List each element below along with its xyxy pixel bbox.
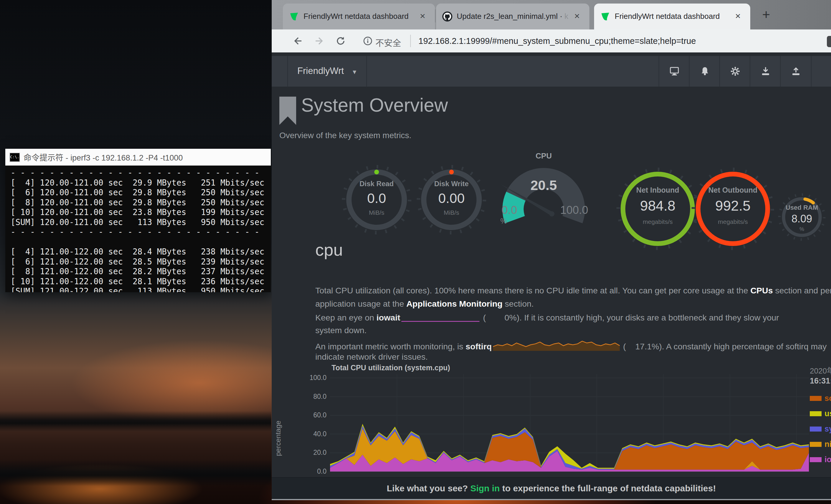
- address-bar: 不安全 192.168.2.1:19999/#menu_system_subme…: [272, 29, 831, 53]
- status-dot: [374, 170, 379, 174]
- tab-github[interactable]: Update r2s_lean_minimal.yml · k ×: [436, 3, 590, 29]
- gauge-min: 0.0: [502, 204, 517, 216]
- paragraph-line: Total CPU utilization (all cores). 100% …: [315, 286, 831, 295]
- paragraph-line: An important metric worth monitoring, is…: [315, 339, 831, 351]
- cpu-gauge[interactable]: CPU 20.5 0.0 100.0 %: [498, 151, 590, 228]
- cpus-link[interactable]: CPUs: [750, 286, 773, 295]
- bell-icon: [699, 66, 710, 77]
- net-inbound-gauge[interactable]: Net Inbound 984.8 megabits/s: [617, 168, 699, 250]
- github-logo-icon: [442, 11, 453, 22]
- close-icon[interactable]: ×: [417, 10, 428, 22]
- legend-item-iowait[interactable]: iowait: [810, 452, 831, 467]
- paragraph-line: Keep an eye on iowait ( 0%). If it is co…: [315, 312, 831, 323]
- upload-icon: [791, 66, 801, 77]
- cpu-section-heading: cpu: [315, 240, 343, 260]
- gauge-value: 984.8: [617, 198, 699, 214]
- y-tick: 0.0: [289, 468, 326, 475]
- window-bottom-edge: [272, 499, 831, 500]
- close-icon[interactable]: ×: [571, 10, 583, 22]
- tab-title: Update r2s_lean_minimal.yml · k: [457, 12, 571, 21]
- netdata-logo-icon: [289, 11, 299, 22]
- gauge-unit: megabits/s: [692, 218, 774, 225]
- close-icon[interactable]: ×: [732, 10, 744, 22]
- net-outbound-gauge[interactable]: Net Outbound 992.5 megabits/s: [692, 168, 774, 250]
- paragraph-line: system down.: [315, 326, 831, 335]
- gauge-max: 100.0: [560, 204, 588, 216]
- applications-monitoring-link[interactable]: Applications Monitoring: [406, 299, 503, 308]
- caret-down-icon: ▾: [353, 68, 356, 76]
- gauge-value: 0.0: [341, 190, 412, 206]
- info-icon[interactable]: [363, 36, 373, 46]
- tab-title: FriendlyWrt netdata dashboard: [615, 12, 732, 21]
- export-snapshot-button[interactable]: [780, 56, 811, 87]
- gauge-label: Net Inbound: [617, 186, 699, 195]
- paragraph-line: indicate network driver issues.: [315, 352, 831, 362]
- chart-y-axis-label: percentage: [274, 403, 285, 474]
- tab-separator: [435, 9, 435, 22]
- status-dot: [449, 170, 454, 174]
- netdata-page: FriendlyWrt ▾: [272, 53, 831, 500]
- gauge-label: CPU: [498, 151, 590, 160]
- y-tick: 40.0: [289, 430, 326, 438]
- browser-window: FriendlyWrt netdata dashboard × Update r…: [272, 0, 831, 500]
- softirq-sparkline: [493, 339, 620, 351]
- download-icon: [760, 66, 771, 77]
- signin-banner: Like what you see? Sign in to experience…: [272, 477, 831, 500]
- cpu-utilization-chart[interactable]: [330, 374, 809, 479]
- legend-swatch: [810, 411, 822, 416]
- bookmark-icon: [279, 97, 296, 125]
- legend-label: system: [825, 424, 831, 434]
- gauge-unit: megabits/s: [617, 218, 699, 225]
- disk-read-gauge[interactable]: Disk Read 0.0 MiB/s: [341, 165, 412, 235]
- terminal-titlebar[interactable]: C:\. 命令提示符 - iperf3 -c 192.168.1.2 -P4 -…: [5, 149, 271, 166]
- section-title: System Overview: [301, 94, 448, 116]
- signin-text: Like what you see? Sign in to experience…: [272, 483, 831, 494]
- settings-button[interactable]: [719, 56, 750, 87]
- import-snapshot-button[interactable]: [750, 56, 781, 87]
- gauge-unit: %: [500, 217, 507, 225]
- section-subtitle: Overview of the key system metrics.: [279, 131, 411, 140]
- gauge-unit: MiB/s: [416, 209, 487, 216]
- iowait-sparkline: [401, 312, 480, 322]
- alarms-button[interactable]: [689, 56, 720, 87]
- y-tick: 60.0: [289, 411, 326, 419]
- host-dropdown[interactable]: FriendlyWrt ▾: [287, 56, 367, 87]
- gauge-value: 20.5: [498, 177, 590, 193]
- display-options-button[interactable]: [659, 56, 690, 87]
- legend-item-system[interactable]: system: [810, 421, 831, 437]
- gauge-label: Net Outbound: [692, 186, 774, 195]
- legend-item-softirq[interactable]: softirq: [810, 391, 831, 406]
- cpu-section-description: Total CPU utilization (all cores). 100% …: [315, 286, 831, 362]
- divider: [410, 35, 411, 47]
- extension-icon[interactable]: [827, 36, 831, 47]
- monitor-icon: [669, 66, 680, 77]
- sign-in-link[interactable]: Sign in: [470, 483, 500, 493]
- forward-icon[interactable]: [314, 36, 325, 46]
- paragraph-line: application usage at the Applications Mo…: [315, 299, 831, 309]
- new-tab-button[interactable]: +: [758, 7, 774, 22]
- reload-icon[interactable]: [335, 36, 346, 46]
- legend-item-nice[interactable]: nice: [810, 437, 831, 452]
- tab-netdata-1[interactable]: FriendlyWrt netdata dashboard ×: [283, 3, 435, 29]
- cpu-gauge-arc: [498, 160, 590, 228]
- chart-legend-items: softirqusersystemniceiowait: [810, 391, 831, 467]
- legend-swatch: [810, 396, 822, 401]
- legend-swatch: [810, 426, 822, 432]
- chart-date: 2020年3月21日: [810, 365, 831, 376]
- used-ram-gauge[interactable]: Used RAM 8.09 %: [777, 192, 827, 242]
- netdata-logo-icon: [600, 11, 610, 22]
- tab-strip: FriendlyWrt netdata dashboard × Update r…: [272, 0, 831, 29]
- tab-title: FriendlyWrt netdata dashboard: [304, 12, 416, 21]
- y-tick: 100.0: [289, 374, 326, 382]
- back-icon[interactable]: [292, 36, 303, 46]
- chart-time: 16:31:25: [810, 377, 831, 386]
- gauge-label: Disk Write: [416, 180, 487, 188]
- gauge-unit: %: [777, 226, 827, 232]
- gauge-value: 992.5: [692, 198, 774, 214]
- security-label[interactable]: 不安全: [375, 36, 401, 49]
- tab-netdata-active[interactable]: FriendlyWrt netdata dashboard ×: [594, 3, 750, 29]
- host-name: FriendlyWrt: [297, 66, 344, 76]
- url-field[interactable]: 192.168.2.1:19999/#menu_system_submenu_c…: [419, 36, 696, 46]
- disk-write-gauge[interactable]: Disk Write 0.00 MiB/s: [416, 165, 487, 235]
- legend-item-user[interactable]: user: [810, 406, 831, 421]
